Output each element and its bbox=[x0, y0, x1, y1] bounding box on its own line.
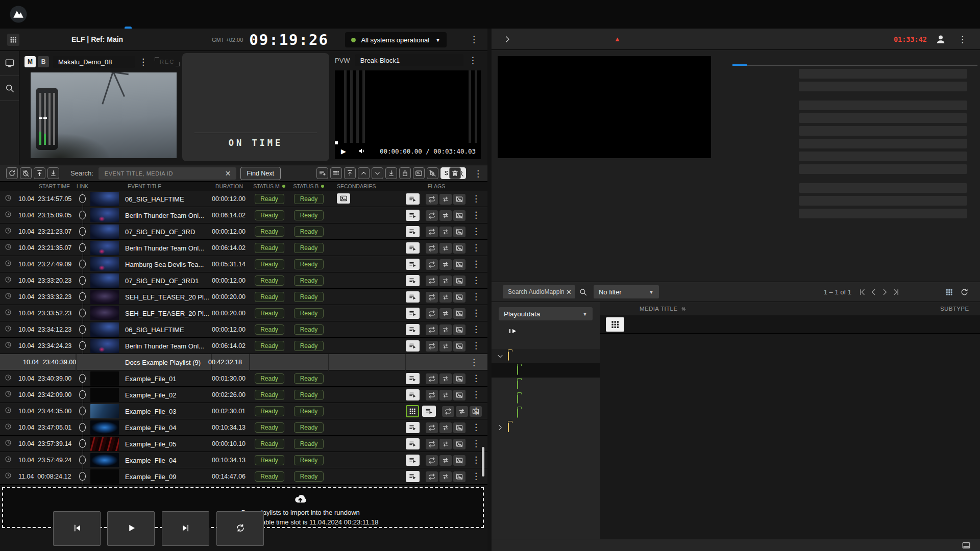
rundown-event-row[interactable]: 10.0423:57:49.24 Example_File_04 00:10:3… bbox=[0, 452, 487, 468]
media-tab-graphics[interactable] bbox=[562, 35, 581, 43]
rundown-event-row[interactable]: 10.0423:34:24.23 Berlin Thunder Team Onl… bbox=[0, 338, 487, 354]
col-flags[interactable]: FLAGS bbox=[406, 183, 467, 189]
image-off-icon[interactable] bbox=[453, 439, 465, 449]
transition-icon[interactable] bbox=[439, 227, 452, 237]
repeat-icon[interactable] bbox=[442, 406, 454, 417]
transition-icon[interactable] bbox=[439, 276, 452, 286]
transition-icon[interactable] bbox=[439, 455, 452, 466]
nav-item-streams[interactable] bbox=[144, 0, 176, 29]
next-page-icon[interactable] bbox=[880, 288, 889, 296]
link-indicator[interactable] bbox=[77, 207, 89, 223]
rundown-event-row[interactable]: 10.0423:34:12.23 06_SIG_HALFTIME 00:00:1… bbox=[0, 321, 487, 338]
row-menu-button[interactable]: ⋮ bbox=[472, 194, 480, 204]
link-indicator[interactable] bbox=[77, 387, 89, 403]
transition-icon[interactable] bbox=[439, 308, 452, 319]
row-menu-button[interactable]: ⋮ bbox=[472, 259, 480, 269]
media-search-input[interactable] bbox=[503, 285, 575, 298]
col-secondaries[interactable]: SECONDARIES bbox=[329, 183, 406, 189]
add-row-icon[interactable] bbox=[316, 167, 328, 179]
rundown-search-input[interactable] bbox=[99, 167, 236, 180]
jump-bottom-icon[interactable] bbox=[47, 167, 59, 179]
sync-button[interactable] bbox=[216, 511, 264, 546]
mode-m-button[interactable]: M bbox=[24, 56, 36, 67]
row-menu-button[interactable]: ⋮ bbox=[472, 471, 480, 481]
playlist-play-icon[interactable] bbox=[406, 242, 420, 254]
row-menu-button[interactable]: ⋮ bbox=[472, 406, 480, 416]
transition-icon[interactable] bbox=[439, 439, 452, 449]
playlist-play-icon[interactable] bbox=[406, 210, 420, 221]
repeat-icon[interactable] bbox=[426, 471, 438, 482]
playlist-play-icon[interactable] bbox=[406, 373, 420, 384]
row-menu-button[interactable]: ⋮ bbox=[472, 276, 480, 285]
media-tab-playlist-import[interactable] bbox=[650, 35, 669, 43]
playlist-play-icon[interactable] bbox=[406, 455, 420, 466]
rundown-event-row[interactable]: 10.0423:14:57.05 06_SIG_HALFTIME 00:00:1… bbox=[0, 191, 487, 207]
row-menu-button[interactable]: ⋮ bbox=[472, 210, 480, 220]
col-status-b[interactable]: STATUS B bbox=[288, 183, 329, 189]
link-indicator[interactable] bbox=[77, 419, 89, 436]
rundown-event-row[interactable]: 10.0423:33:52.23 SEH_ELF_TEASER_20 Pl...… bbox=[0, 305, 487, 321]
system-status-dropdown[interactable]: All systems operational ▼ bbox=[345, 32, 447, 47]
meta-field-value[interactable] bbox=[799, 139, 967, 148]
row-menu-button[interactable]: ⋮ bbox=[472, 308, 480, 318]
link-indicator[interactable] bbox=[77, 468, 89, 485]
col-status-m[interactable]: STATUS M bbox=[250, 183, 288, 189]
row-menu-button[interactable]: ⋮ bbox=[472, 373, 480, 383]
countdown-off-icon[interactable] bbox=[20, 167, 32, 179]
repeat-icon[interactable] bbox=[426, 390, 438, 400]
delete-icon[interactable] bbox=[449, 167, 461, 179]
playhead-marker[interactable] bbox=[335, 141, 338, 144]
media-tab-transfer[interactable]: ▲ bbox=[601, 35, 630, 43]
transition-icon[interactable] bbox=[439, 292, 452, 303]
collapse-chevron-icon[interactable] bbox=[503, 35, 512, 44]
tree-item-scripts[interactable] bbox=[492, 406, 600, 420]
playlist-play-icon[interactable] bbox=[422, 406, 436, 417]
repeat-icon[interactable] bbox=[426, 422, 438, 433]
playlist-play-icon[interactable] bbox=[406, 389, 420, 400]
rundown-event-row[interactable]: 10.0423:40:39.00 Example_File_01 00:01:3… bbox=[0, 370, 487, 387]
transition-icon[interactable] bbox=[439, 471, 452, 482]
transition-icon[interactable] bbox=[439, 194, 452, 205]
tree-item-live[interactable] bbox=[492, 320, 600, 335]
tree-item-graphics[interactable] bbox=[492, 378, 600, 392]
cursor-off-icon[interactable] bbox=[427, 167, 438, 179]
repeat-icon[interactable] bbox=[426, 439, 438, 449]
clear-search-icon[interactable]: ✕ bbox=[566, 288, 572, 296]
link-indicator[interactable] bbox=[77, 256, 89, 272]
transition-icon[interactable] bbox=[439, 390, 452, 400]
link-indicator[interactable] bbox=[77, 370, 89, 387]
jump-bottom-icon[interactable] bbox=[385, 167, 397, 179]
playlist-group-row[interactable]: 10.04 23:40:39.00 Docs Example Playlist … bbox=[0, 354, 487, 370]
meta-field-value[interactable] bbox=[799, 209, 967, 218]
row-menu-button[interactable]: ⋮ bbox=[472, 243, 480, 253]
refresh-icon[interactable] bbox=[960, 288, 969, 296]
meta-field-value[interactable] bbox=[799, 113, 967, 123]
image-off-icon[interactable] bbox=[453, 259, 465, 270]
transition-icon[interactable] bbox=[439, 324, 452, 335]
meta-field-value[interactable] bbox=[799, 164, 967, 174]
grid-view-icon[interactable] bbox=[945, 288, 953, 296]
pgm-source-field[interactable]: Makalu_Demo_08 bbox=[53, 56, 135, 68]
channel-menu-button[interactable]: ⋮ bbox=[470, 35, 478, 44]
rundown-event-row[interactable]: 10.0423:27:49.09 Hamburg Sea Devils Tea.… bbox=[0, 256, 487, 272]
rundown-event-row[interactable]: 11.0400:08:24.12 Example_File_09 00:14:4… bbox=[0, 468, 487, 485]
transition-icon[interactable] bbox=[439, 259, 452, 270]
play-icon[interactable]: ▶ bbox=[341, 147, 346, 155]
transition-icon[interactable] bbox=[439, 422, 452, 433]
filter-dropdown[interactable]: No filter ▼ bbox=[594, 285, 659, 298]
audiomapping-grid-icon[interactable] bbox=[406, 405, 419, 417]
link-indicator[interactable] bbox=[77, 338, 89, 354]
playlist-play-icon[interactable] bbox=[406, 275, 420, 286]
image-off-icon[interactable] bbox=[453, 243, 465, 254]
link-indicator[interactable] bbox=[77, 191, 89, 207]
col-link[interactable]: LINK bbox=[77, 183, 89, 189]
link-indicator[interactable] bbox=[77, 452, 89, 468]
pgm-player-menu-button[interactable]: ⋮ bbox=[139, 58, 148, 66]
link-indicator[interactable] bbox=[77, 305, 89, 321]
meta-field-value[interactable] bbox=[799, 101, 967, 110]
tree-item-placeholder[interactable] bbox=[492, 335, 600, 349]
image-off-icon[interactable] bbox=[453, 210, 465, 221]
rundown-event-row[interactable]: 10.0423:21:23.07 07_SIG_END_OF_3RD 00:00… bbox=[0, 223, 487, 240]
image-off-icon[interactable] bbox=[453, 227, 465, 237]
playlist-play-icon[interactable] bbox=[406, 471, 420, 482]
